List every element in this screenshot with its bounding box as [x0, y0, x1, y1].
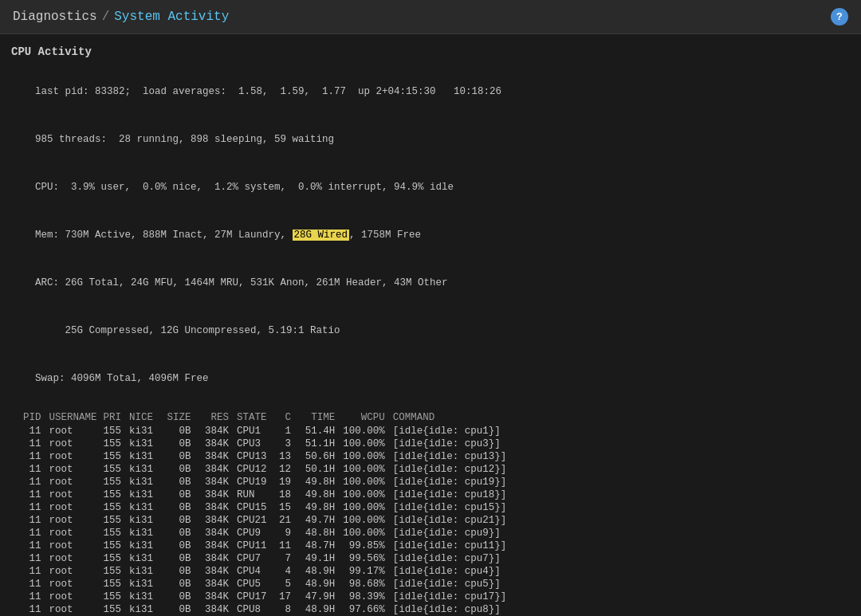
cell-col-pri: 155 — [104, 603, 130, 616]
cell-col-user: root — [49, 514, 104, 527]
cell-col-res: 384K — [199, 565, 238, 578]
table-row: 11root155ki310B384KCPU1151.4H100.00%[idl… — [11, 425, 850, 437]
col-header-size: SIZE — [161, 410, 199, 425]
cell-col-size: 0B — [161, 590, 199, 603]
table-row: 11root155ki310B384KCPU3351.1H100.00%[idl… — [11, 437, 850, 450]
stat-line5: ARC: 26G Total, 24G MFU, 1464M MRU, 531K… — [35, 277, 448, 288]
cell-col-time: 48.7H — [299, 539, 343, 552]
cell-col-pid: 11 — [11, 476, 49, 488]
cell-col-size: 0B — [161, 565, 199, 578]
cell-col-wcpu: 98.68% — [343, 578, 393, 590]
table-row: 11root155ki310B384KCPU4448.9H99.17%[idle… — [11, 565, 850, 578]
cell-col-res: 384K — [199, 514, 238, 527]
cell-col-user: root — [49, 501, 104, 514]
cell-col-size: 0B — [161, 425, 199, 437]
cell-col-time: 47.9H — [299, 590, 343, 603]
cell-col-wcpu: 100.00% — [343, 488, 393, 501]
cell-col-res: 384K — [199, 425, 238, 437]
cell-col-pid: 11 — [11, 463, 49, 476]
table-row: 11root155ki310B384KCPU171747.9H98.39%[id… — [11, 590, 850, 603]
cell-col-wcpu: 100.00% — [343, 437, 393, 450]
cell-col-command: [idle{idle: cpu21}] — [393, 514, 850, 527]
cell-col-res: 384K — [199, 450, 238, 463]
cell-col-time: 48.8H — [299, 527, 343, 539]
col-header-pri: PRI — [104, 410, 130, 425]
cell-col-pid: 11 — [11, 450, 49, 463]
cell-col-user: root — [49, 552, 104, 565]
cell-col-pri: 155 — [104, 527, 130, 539]
cell-col-pid: 11 — [11, 603, 49, 616]
cell-col-time: 49.8H — [299, 488, 343, 501]
cell-col-state: CPU3 — [237, 437, 279, 450]
cell-col-command: [idle{idle: cpu9}] — [393, 527, 850, 539]
cell-col-user: root — [49, 450, 104, 463]
table-row: 11root155ki310B384KCPU121250.1H100.00%[i… — [11, 463, 850, 476]
stat-wired-highlight: 28G Wired — [293, 230, 350, 241]
cell-col-res: 384K — [199, 539, 238, 552]
cell-col-state: CPU17 — [237, 590, 279, 603]
cell-col-time: 51.1H — [299, 437, 343, 450]
cell-col-nice: ki31 — [129, 565, 161, 578]
cell-col-c: 11 — [279, 539, 299, 552]
cell-col-command: [idle{idle: cpu1}] — [393, 425, 850, 437]
cell-col-command: [idle{idle: cpu17}] — [393, 590, 850, 603]
cell-col-size: 0B — [161, 476, 199, 488]
cell-col-time: 50.6H — [299, 450, 343, 463]
cell-col-wcpu: 100.00% — [343, 514, 393, 527]
col-header-time: TIME — [299, 410, 343, 425]
cell-col-command: [idle{idle: cpu19}] — [393, 476, 850, 488]
cell-col-c: 1 — [279, 425, 299, 437]
cell-col-c: 13 — [279, 450, 299, 463]
cell-col-nice: ki31 — [129, 488, 161, 501]
cell-col-wcpu: 100.00% — [343, 463, 393, 476]
cell-col-wcpu: 100.00% — [343, 425, 393, 437]
stat-line4-prefix: Mem: 730M Active, 888M Inact, 27M Laundr… — [35, 230, 293, 241]
cell-col-nice: ki31 — [129, 463, 161, 476]
cell-col-time: 48.9H — [299, 565, 343, 578]
stat-line2: 985 threads: 28 running, 898 sleeping, 5… — [35, 134, 334, 145]
cell-col-state: RUN — [237, 488, 279, 501]
stat-line1: last pid: 83382; load averages: 1.58, 1.… — [35, 86, 501, 97]
cell-col-pri: 155 — [104, 590, 130, 603]
cell-col-state: CPU11 — [237, 539, 279, 552]
cell-col-time: 49.8H — [299, 501, 343, 514]
cell-col-size: 0B — [161, 437, 199, 450]
cell-col-state: CPU21 — [237, 514, 279, 527]
cell-col-nice: ki31 — [129, 425, 161, 437]
cell-col-nice: ki31 — [129, 603, 161, 616]
cell-col-wcpu: 100.00% — [343, 476, 393, 488]
cell-col-user: root — [49, 425, 104, 437]
cell-col-pid: 11 — [11, 590, 49, 603]
cell-col-pri: 155 — [104, 565, 130, 578]
cell-col-wcpu: 97.66% — [343, 603, 393, 616]
process-tbody: 11root155ki310B384KCPU1151.4H100.00%[idl… — [11, 425, 850, 616]
col-header-res: RES — [199, 410, 238, 425]
cell-col-command: [idle{idle: cpu13}] — [393, 450, 850, 463]
cell-col-c: 8 — [279, 603, 299, 616]
cell-col-res: 384K — [199, 476, 238, 488]
cell-col-c: 19 — [279, 476, 299, 488]
cell-col-pid: 11 — [11, 437, 49, 450]
cell-col-pid: 11 — [11, 539, 49, 552]
cell-col-wcpu: 99.56% — [343, 552, 393, 565]
table-header-row: PID USERNAME PRI NICE SIZE RES STATE C T… — [11, 410, 850, 425]
table-row: 11root155ki310B384KRUN1849.8H100.00%[idl… — [11, 488, 850, 501]
cell-col-command: [idle{idle: cpu3}] — [393, 437, 850, 450]
cell-col-nice: ki31 — [129, 578, 161, 590]
cell-col-pri: 155 — [104, 463, 130, 476]
cell-col-state: CPU15 — [237, 501, 279, 514]
cell-col-size: 0B — [161, 501, 199, 514]
breadcrumb-diagnostics[interactable]: Diagnostics — [13, 10, 97, 24]
cell-col-wcpu: 100.00% — [343, 450, 393, 463]
cell-col-state: CPU7 — [237, 552, 279, 565]
cell-col-command: [idle{idle: cpu15}] — [393, 501, 850, 514]
cell-col-size: 0B — [161, 578, 199, 590]
cell-col-time: 49.8H — [299, 476, 343, 488]
table-row: 11root155ki310B384KCPU9948.8H100.00%[idl… — [11, 527, 850, 539]
cell-col-pri: 155 — [104, 476, 130, 488]
cell-col-size: 0B — [161, 527, 199, 539]
cell-col-time: 49.1H — [299, 552, 343, 565]
table-row: 11root155ki310B384KCPU5548.9H98.68%[idle… — [11, 578, 850, 590]
help-icon[interactable]: ? — [831, 8, 848, 26]
stat-line6: 25G Compressed, 12G Uncompressed, 5.19:1… — [35, 325, 340, 336]
